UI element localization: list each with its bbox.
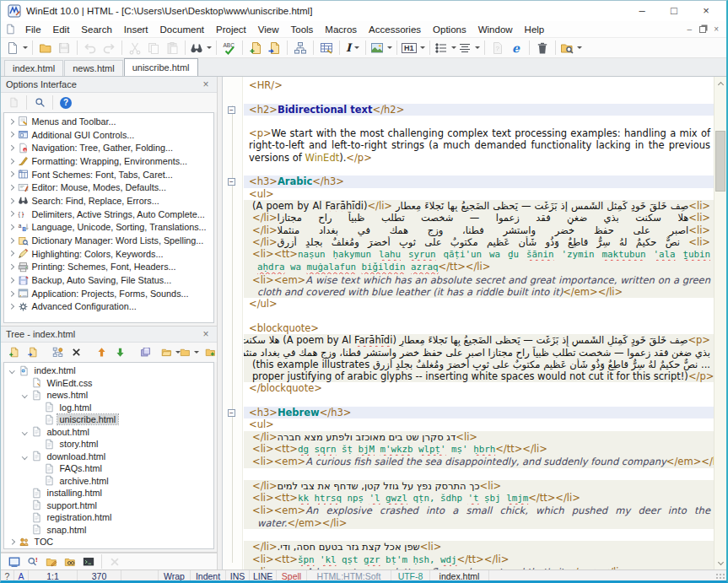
tree-node-download.html[interactable]: download.html bbox=[4, 451, 213, 463]
expand-icon[interactable] bbox=[8, 224, 13, 229]
menu-document[interactable]: Document bbox=[154, 24, 210, 35]
tab-uniscribe.html[interactable]: uniscribe.html bbox=[124, 58, 198, 76]
tab-index.html[interactable]: index.html bbox=[4, 60, 63, 76]
options-panel-close-icon[interactable]: × bbox=[200, 78, 212, 90]
insert-image-button[interactable] bbox=[370, 39, 392, 57]
insert-image-button-dropdown-icon[interactable] bbox=[387, 46, 392, 49]
tree-expand-icon[interactable] bbox=[22, 392, 27, 397]
expand-icon[interactable] bbox=[8, 198, 13, 203]
tree-expand-icon[interactable] bbox=[9, 368, 14, 373]
options-item-2[interactable]: Additional GUI Controls... bbox=[4, 128, 213, 142]
output-button[interactable] bbox=[80, 553, 97, 570]
minimize-button[interactable]: – bbox=[628, 2, 655, 20]
console-panel-button[interactable] bbox=[6, 553, 23, 570]
tree-node-TOC[interactable]: TOC bbox=[4, 536, 213, 548]
menu-options[interactable]: Options bbox=[427, 24, 472, 35]
options-item-7[interactable]: Search: Find, Replace, Errors... bbox=[4, 194, 213, 208]
status-ins[interactable]: INS bbox=[226, 570, 250, 583]
open-folder-button[interactable] bbox=[162, 344, 179, 360]
options-item-3[interactable]: aNavigation: Tree, Gather, Folding... bbox=[4, 141, 213, 154]
tree-node-log.html[interactable]: log.html bbox=[4, 402, 213, 414]
expand-icon[interactable] bbox=[8, 119, 13, 124]
new-document-button[interactable] bbox=[6, 39, 28, 57]
find-button[interactable] bbox=[190, 39, 212, 57]
align-button-dropdown-icon[interactable] bbox=[475, 46, 480, 49]
expand-icon[interactable] bbox=[8, 251, 13, 256]
tree-node-news.html[interactable]: news.html bbox=[4, 389, 213, 402]
options-item-13[interactable]: Backup, Auto Saving, File Status... bbox=[4, 273, 213, 287]
fold-collapse-icon[interactable]: − bbox=[228, 178, 235, 186]
expand-icon[interactable] bbox=[8, 211, 13, 216]
italic-button[interactable]: I bbox=[344, 39, 361, 57]
tree-node-story.html[interactable]: story.html bbox=[4, 438, 213, 451]
italic-button-dropdown-icon[interactable] bbox=[354, 46, 359, 49]
tree-node-archive.html[interactable]: archive.html bbox=[4, 475, 213, 488]
tree-node-registration.html[interactable]: registration.html bbox=[4, 511, 213, 524]
spell-check-button[interactable]: ABC bbox=[221, 39, 238, 57]
paste-document-button[interactable] bbox=[266, 39, 283, 57]
fold-collapse-icon[interactable]: − bbox=[228, 106, 235, 114]
code-editor[interactable]: <HR/><h2>Bidirectional text</h2><p>We st… bbox=[244, 79, 714, 570]
tree-node-snap.html[interactable]: snap.html bbox=[4, 524, 213, 537]
menu-file[interactable]: File bbox=[19, 24, 47, 35]
menu-window[interactable]: Window bbox=[472, 24, 519, 35]
list-button[interactable] bbox=[434, 39, 456, 57]
close-button[interactable]: × bbox=[693, 2, 720, 20]
scroll-up-icon[interactable] bbox=[715, 77, 726, 89]
expand-icon[interactable] bbox=[8, 304, 13, 309]
promote-node-button[interactable] bbox=[93, 344, 110, 360]
folder-search-button[interactable] bbox=[560, 39, 582, 57]
tree-expand-icon[interactable] bbox=[9, 539, 14, 544]
menu-tools[interactable]: Tools bbox=[285, 24, 320, 35]
insert-table-button[interactable] bbox=[318, 39, 335, 57]
resize-grip[interactable] bbox=[716, 574, 725, 582]
options-item-12[interactable]: Printing: Schemes, Font, Headers... bbox=[4, 261, 213, 274]
status-line[interactable]: LINE bbox=[250, 570, 277, 583]
tree-node-FAQs.html[interactable]: FAQs.html bbox=[4, 462, 213, 475]
copy-document-button[interactable] bbox=[247, 39, 264, 57]
help-button[interactable]: ? bbox=[57, 94, 74, 111]
open-file-button[interactable] bbox=[37, 39, 54, 57]
folder-search-button-dropdown-icon[interactable] bbox=[577, 46, 582, 49]
list-button-dropdown-icon[interactable] bbox=[451, 46, 456, 49]
menu-edit[interactable]: Edit bbox=[47, 24, 76, 35]
document-tree-button[interactable] bbox=[292, 39, 309, 57]
find-in-files-button[interactable] bbox=[62, 553, 78, 570]
options-item-1[interactable]: Menus and Toolbar... bbox=[4, 115, 213, 128]
tab-news.html[interactable]: news.html bbox=[64, 60, 123, 76]
scrollbar-thumb[interactable] bbox=[715, 131, 725, 192]
maximize-button[interactable]: □ bbox=[661, 2, 688, 20]
options-item-6[interactable]: Editor: Mouse, Modes, Defaults... bbox=[4, 181, 213, 194]
find-button-dropdown-icon[interactable] bbox=[207, 46, 212, 49]
expand-icon[interactable] bbox=[8, 278, 13, 283]
mdi-close-button[interactable]: × bbox=[714, 24, 719, 34]
new-node-button[interactable] bbox=[5, 344, 22, 360]
tree-node-about.html[interactable]: about.html bbox=[4, 426, 213, 439]
fold-collapse-icon[interactable]: − bbox=[228, 409, 235, 417]
new-document-button-dropdown-icon[interactable] bbox=[23, 46, 28, 49]
expand-icon[interactable] bbox=[8, 171, 13, 176]
folder-button[interactable] bbox=[181, 344, 197, 360]
menu-macros[interactable]: Macros bbox=[319, 24, 363, 35]
status-wrap[interactable]: Wrap bbox=[159, 570, 191, 583]
vertical-scrollbar[interactable] bbox=[714, 77, 726, 570]
tree-node-WinEdt.css[interactable]: WinEdt.css bbox=[4, 377, 213, 390]
tree-config-button[interactable] bbox=[49, 344, 66, 360]
demote-node-button[interactable] bbox=[111, 344, 128, 360]
heading-button[interactable]: H1 bbox=[402, 39, 425, 57]
mdi-minimize-button[interactable]: – bbox=[688, 24, 693, 34]
error-search-button[interactable]: ! bbox=[24, 553, 41, 570]
menu-insert[interactable]: Insert bbox=[118, 24, 154, 35]
options-item-4[interactable]: Formatting: Wrapping, Environments... bbox=[4, 154, 213, 168]
expand-icon[interactable] bbox=[8, 185, 13, 190]
scroll-down-icon[interactable] bbox=[715, 557, 726, 570]
heading-button-dropdown-icon[interactable] bbox=[420, 46, 425, 49]
expand-icon[interactable] bbox=[8, 132, 13, 137]
build-tools-button[interactable] bbox=[43, 553, 60, 570]
folder-button-dropdown-icon[interactable] bbox=[194, 351, 199, 354]
status-spell[interactable]: Spell bbox=[277, 570, 307, 583]
save-all-button[interactable] bbox=[137, 344, 154, 360]
mdi-restore-button[interactable] bbox=[699, 26, 706, 33]
tree-node-installing.html[interactable]: installing.html bbox=[4, 487, 213, 499]
search-options-button[interactable] bbox=[31, 94, 48, 111]
